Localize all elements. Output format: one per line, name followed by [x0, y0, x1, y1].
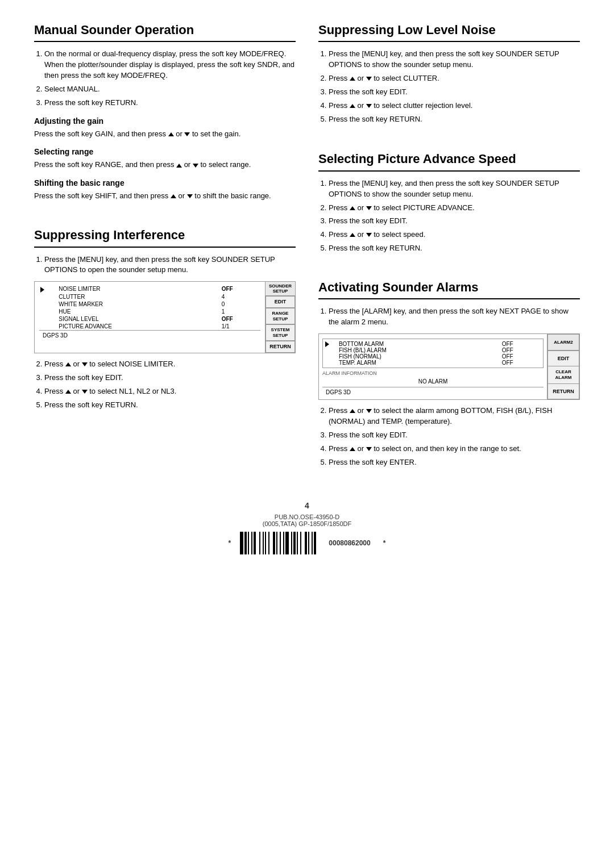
screen-cell-value: OFF — [221, 285, 260, 293]
screen-cell-value: 1/1 — [221, 323, 260, 330]
page-footer: 4 PUB.NO.OSE-43950-D (0005,TATA) GP-1850… — [34, 501, 580, 554]
table-row: TEMP. ALARM OFF — [325, 360, 541, 366]
list-item: Press the soft key EDIT. — [329, 87, 580, 98]
adjusting-gain-text: Press the soft key GAIN, and then press … — [34, 129, 296, 140]
section-sounder-alarms: Activating Sounder Alarms Press the [ALA… — [318, 280, 580, 474]
pub-line2: (0005,TATA) GP-1850F/1850DF — [34, 520, 580, 527]
section-suppressing-noise: Suppressing Low Level Noise Press the [M… — [318, 23, 580, 130]
screen-cell-arrow — [39, 315, 57, 323]
up-arrow-icon — [350, 104, 355, 108]
section-manual-sounder: Manual Sounder Operation On the normal o… — [34, 23, 296, 206]
up-arrow-icon — [350, 206, 355, 210]
alarm-cell-arrow — [325, 347, 339, 353]
table-row: CLUTTER 4 — [39, 293, 260, 301]
screen-btn-sounder-setup: SOUNDERSETUP — [265, 282, 295, 296]
alarm-btn-alarm2: ALARM2 — [547, 334, 579, 350]
barcode-text-star-right: * — [383, 539, 386, 547]
screen-btn-edit[interactable]: EDIT — [265, 296, 295, 308]
down-arrow-icon — [366, 104, 372, 108]
suppressing-interference-title: Suppressing Interference — [34, 228, 296, 247]
table-row: PICTURE ADVANCE 1/1 — [39, 323, 260, 330]
alarm-btn-edit[interactable]: EDIT — [547, 350, 579, 366]
manual-sounder-title: Manual Sounder Operation — [34, 23, 296, 42]
up-arrow-icon — [350, 409, 355, 413]
up-arrow-icon — [171, 194, 176, 198]
alarm-btn-clear[interactable]: CLEARALARM — [547, 366, 579, 383]
screen-cell-label: WHITE MARKER — [57, 301, 220, 308]
up-arrow-icon — [350, 447, 355, 451]
barcode — [240, 532, 320, 554]
list-item: Press the soft key EDIT. — [329, 430, 580, 441]
up-arrow-icon — [350, 233, 355, 237]
down-arrow-icon — [193, 164, 198, 168]
sounder-alarms-title: Activating Sounder Alarms — [318, 280, 580, 299]
list-item: Press the [MENU] key, and then press the… — [329, 49, 580, 70]
shifting-range-title: Shifting the basic range — [34, 178, 296, 187]
selecting-range-text: Press the soft key RANGE, and then press… — [34, 160, 296, 170]
section-suppressing-interference: Suppressing Interference Press the [MENU… — [34, 228, 296, 416]
down-arrow-icon — [366, 409, 372, 413]
screen-cell-value: 0 — [221, 301, 260, 308]
list-item: Press or to select PICTURE ADVANCE. — [329, 203, 580, 214]
picture-advance-steps: Press the [MENU] key, and then press the… — [329, 178, 580, 254]
list-item: Press or to select clutter rejection lev… — [329, 101, 580, 111]
screen-cell-label: NOISE LIMITER — [57, 285, 220, 293]
screen-table: NOISE LIMITER OFF CLUTTER 4 WHITE MARKER — [39, 285, 260, 329]
shifting-range-text: Press the soft key SHIFT, and then press… — [34, 191, 296, 202]
barcode-text-star-left: * — [229, 539, 231, 547]
up-arrow-icon — [65, 362, 71, 366]
screen-btn-return[interactable]: RETURN — [265, 341, 295, 353]
section-picture-advance: Selecting Picture Advance Speed Press th… — [318, 152, 580, 259]
alarm-screen-footer: DGPS 3D — [322, 387, 544, 397]
alarm-screen-sidebar: ALARM2 EDIT CLEARALARM RETURN — [547, 334, 579, 399]
picture-advance-title: Selecting Picture Advance Speed — [318, 152, 580, 171]
list-item: Press or to select the alarm among BOTTO… — [329, 406, 580, 427]
list-item: Press the soft key EDIT. — [44, 373, 296, 383]
down-arrow-icon — [187, 194, 193, 198]
list-item: Press or to select on, and then key in t… — [329, 444, 580, 454]
down-arrow-icon — [82, 390, 88, 394]
alarm-cell-value: OFF — [502, 353, 541, 360]
list-item: Press the [MENU] key, and then press the… — [329, 178, 580, 200]
up-arrow-icon — [168, 132, 174, 136]
alarm-cell-label: FISH (B/L) ALARM — [339, 347, 502, 353]
table-row: WHITE MARKER 0 — [39, 301, 260, 308]
list-item: Press the soft key RETURN. — [329, 114, 580, 125]
up-arrow-icon — [65, 390, 71, 394]
suppressing-interference-steps-2: Press or to select NOISE LIMITER. Press … — [44, 359, 296, 410]
alarm-info-label: ALARM INFORMATION — [322, 370, 544, 376]
screen-footer-left: DGPS 3D — [43, 332, 68, 339]
list-item: Press the soft key EDIT. — [329, 216, 580, 227]
table-row: SIGNAL LEVEL OFF — [39, 315, 260, 323]
list-item: Press or to select NOISE LIMITER. — [44, 359, 296, 370]
table-row: FISH (NORMAL) OFF — [325, 353, 541, 360]
barcode-number: 00080862000 — [329, 539, 370, 547]
left-column: Manual Sounder Operation On the normal o… — [34, 23, 296, 484]
down-arrow-icon — [366, 447, 372, 451]
screen-cell-label: PICTURE ADVANCE — [57, 323, 220, 330]
screen-btn-range-setup[interactable]: RANGESETUP — [265, 308, 295, 324]
alarm-btn-return[interactable]: RETURN — [547, 383, 579, 400]
screen-cell-label: SIGNAL LEVEL — [57, 315, 220, 323]
alarm-table: BOTTOM ALARM OFF FISH (B/L) ALARM OFF — [325, 341, 541, 366]
selecting-range-title: Selecting range — [34, 147, 296, 156]
suppressing-noise-steps: Press the [MENU] key, and then press the… — [329, 49, 580, 124]
screen-cell-value: 1 — [221, 308, 260, 315]
list-item: Press the [MENU] key, and then press the… — [44, 254, 296, 276]
sounder-alarms-steps: Press the [ALARM] key, and then press th… — [329, 306, 580, 328]
screen-footer: DGPS 3D — [39, 330, 260, 340]
screen-cell-arrow — [39, 293, 57, 301]
alarm-cell-value: OFF — [502, 347, 541, 353]
screen-cell-arrow — [39, 285, 57, 293]
alarm-cell-label: BOTTOM ALARM — [339, 341, 502, 347]
screen-btn-system-setup[interactable]: SYSTEMSETUP — [265, 324, 295, 341]
manual-sounder-steps: On the normal or dual-frequency display,… — [44, 49, 296, 108]
list-item: Select MANUAL. — [44, 84, 296, 95]
right-column: Suppressing Low Level Noise Press the [M… — [318, 23, 580, 484]
list-item: Press the soft key RETURN. — [44, 98, 296, 108]
alarm-cell-arrow — [325, 341, 339, 347]
table-row: BOTTOM ALARM OFF — [325, 341, 541, 347]
up-arrow-icon — [176, 164, 182, 168]
list-item: Press the soft key RETURN. — [329, 243, 580, 254]
adjusting-gain-title: Adjusting the gain — [34, 116, 296, 126]
